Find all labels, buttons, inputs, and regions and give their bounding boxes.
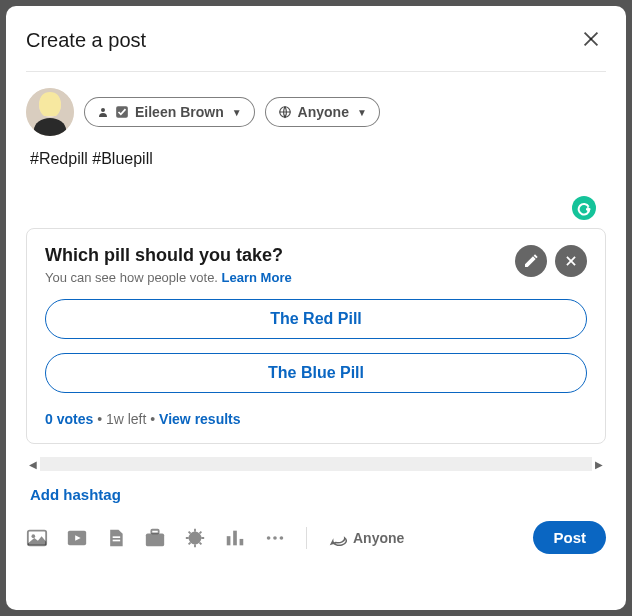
visibility-label: Anyone (298, 104, 349, 120)
close-icon (564, 254, 578, 268)
caret-down-icon: ▼ (232, 107, 242, 118)
add-hashtag-button[interactable]: Add hashtag (26, 472, 606, 513)
pencil-icon (523, 253, 539, 269)
toolbar-divider (306, 527, 307, 549)
poll-time-left: 1w left (106, 411, 146, 427)
video-icon[interactable] (66, 527, 88, 549)
poll-icon[interactable] (224, 527, 246, 549)
author-name: Eileen Brown (135, 104, 224, 120)
toolbar: Anyone Post (26, 513, 606, 554)
modal-title: Create a post (26, 29, 146, 52)
poll-footer: 0 votes • 1w left • View results (45, 411, 587, 427)
post-button[interactable]: Post (533, 521, 606, 554)
horizontal-scrollbar[interactable]: ◀ ▶ (26, 456, 606, 472)
post-textarea[interactable]: #Redpill #Bluepill (26, 150, 606, 200)
poll-votes[interactable]: 0 votes (45, 411, 93, 427)
svg-rect-15 (146, 533, 164, 546)
poll-option-1[interactable]: The Red Pill (45, 299, 587, 339)
svg-point-23 (280, 536, 284, 540)
celebrate-icon[interactable] (184, 527, 206, 549)
scroll-right-arrow[interactable]: ▶ (592, 459, 606, 470)
grammarly-icon[interactable] (572, 196, 596, 220)
photo-icon[interactable] (26, 527, 48, 549)
svg-rect-13 (113, 536, 121, 538)
create-post-modal: Create a post Eileen Brown ▼ Anyone ▼ #R… (6, 6, 626, 610)
scroll-track[interactable] (40, 457, 592, 471)
document-icon[interactable] (106, 528, 126, 548)
poll-subtext: You can see how people vote. Learn More (45, 270, 292, 285)
poll-header: Which pill should you take? You can see … (45, 245, 587, 285)
comment-visibility-button[interactable]: Anyone (329, 529, 404, 547)
person-icon (97, 106, 109, 118)
poll-option-2[interactable]: The Blue Pill (45, 353, 587, 393)
svg-rect-16 (151, 529, 158, 533)
briefcase-icon[interactable] (144, 527, 166, 549)
remove-poll-button[interactable] (555, 245, 587, 277)
author-row: Eileen Brown ▼ Anyone ▼ (26, 72, 606, 150)
poll-card: Which pill should you take? You can see … (26, 228, 606, 444)
svg-point-22 (273, 536, 277, 540)
caret-down-icon: ▼ (357, 107, 367, 118)
svg-point-17 (189, 531, 202, 544)
visibility-selector[interactable]: Anyone ▼ (265, 97, 380, 127)
edit-poll-button[interactable] (515, 245, 547, 277)
svg-rect-14 (113, 539, 121, 541)
comment-visibility-label: Anyone (353, 530, 404, 546)
view-results-link[interactable]: View results (159, 411, 240, 427)
svg-rect-18 (227, 536, 231, 545)
avatar[interactable] (26, 88, 74, 136)
close-button[interactable] (576, 24, 606, 57)
svg-point-5 (101, 108, 105, 112)
learn-more-link[interactable]: Learn More (222, 270, 292, 285)
author-selector[interactable]: Eileen Brown ▼ (84, 97, 255, 127)
close-icon (580, 28, 602, 50)
more-icon[interactable] (264, 527, 286, 549)
svg-rect-20 (240, 538, 244, 544)
svg-point-21 (267, 536, 271, 540)
poll-question: Which pill should you take? (45, 245, 292, 266)
scroll-left-arrow[interactable]: ◀ (26, 459, 40, 470)
svg-point-11 (32, 534, 36, 538)
modal-header: Create a post (26, 24, 606, 72)
comment-icon (329, 529, 347, 547)
poll-actions (515, 245, 587, 277)
checkbox-checked-icon (115, 105, 129, 119)
globe-icon (278, 105, 292, 119)
svg-rect-19 (233, 530, 237, 545)
